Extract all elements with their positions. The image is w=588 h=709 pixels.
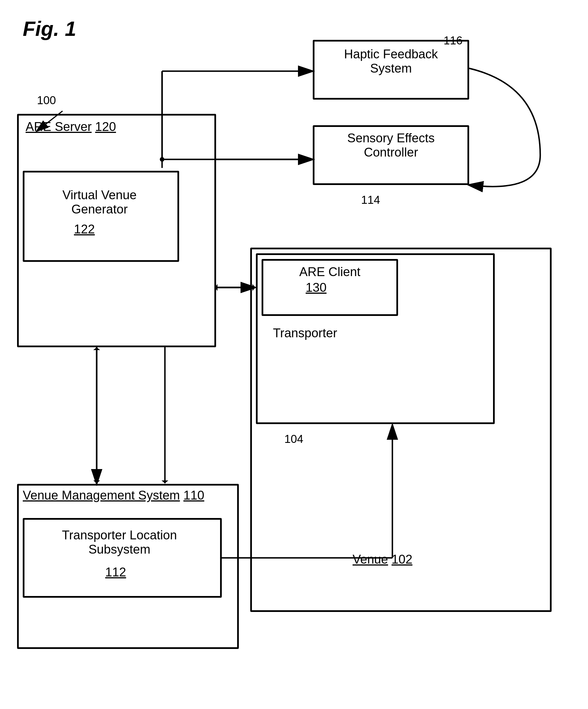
vms-label: Venue Management System 110 <box>23 488 204 502</box>
sec-label: Sensory EffectsController <box>317 131 465 159</box>
haptic-number: 116 <box>444 34 463 47</box>
are-client-label: ARE Client <box>267 265 392 279</box>
transporter-number: 104 <box>284 432 303 445</box>
tls-number: 112 <box>105 565 126 579</box>
are-server-num: 120 <box>95 120 116 133</box>
venue-label: Venue 102 <box>353 552 412 567</box>
ref-100-label: 100 <box>37 94 56 107</box>
figure-title: Fig. 1 <box>23 17 76 41</box>
are-server-text: ARE Server <box>26 120 91 133</box>
sec-number: 114 <box>361 193 380 206</box>
are-client-number: 130 <box>306 280 327 295</box>
are-server-label: ARE Server 120 <box>26 120 116 134</box>
svg-marker-18 <box>93 347 100 350</box>
svg-marker-20 <box>93 480 100 483</box>
vvg-number: 122 <box>74 222 95 236</box>
vvg-label: Virtual VenueGenerator <box>34 188 165 216</box>
transporter-label: Transporter <box>273 326 337 340</box>
tls-label: Transporter LocationSubsystem <box>28 528 211 556</box>
haptic-label: Haptic FeedbackSystem <box>317 47 465 75</box>
vvg-box <box>23 171 179 262</box>
svg-marker-22 <box>162 480 168 483</box>
